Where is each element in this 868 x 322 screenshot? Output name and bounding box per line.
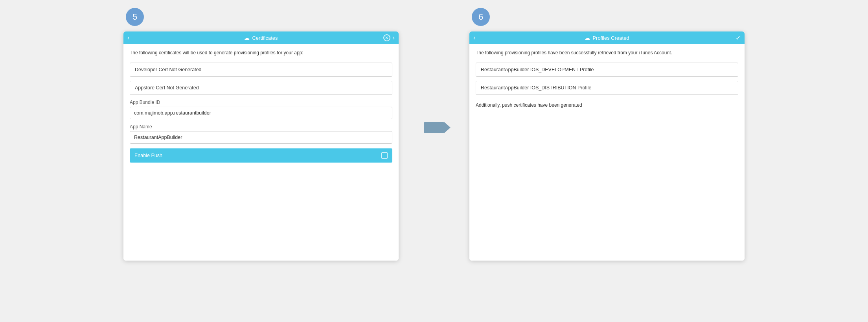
step6-titlebar-left: ‹ bbox=[473, 35, 475, 41]
additional-text: Additionally, push certificates have bee… bbox=[476, 102, 738, 109]
developer-cert-row: Developer Cert Not Generated bbox=[130, 63, 392, 77]
step6-titlebar-center: ☁ Profiles Created bbox=[585, 35, 629, 41]
development-profile-row: RestaurantAppBuilder IOS_DEVELOPMENT Pro… bbox=[476, 63, 738, 77]
enable-push-checkbox[interactable] bbox=[381, 152, 388, 159]
step5-titlebar-left: ‹ bbox=[127, 35, 129, 41]
step5-description: The following certificates will be used … bbox=[130, 50, 392, 56]
step5-cloud-icon: ☁ bbox=[244, 35, 250, 41]
step6-titlebar-right: ✓ bbox=[736, 34, 741, 42]
step5-titlebar-right: ✕ › bbox=[383, 34, 395, 41]
step6-check-button[interactable]: ✓ bbox=[736, 34, 741, 42]
step6-back-button[interactable]: ‹ bbox=[473, 35, 475, 41]
step5-close-button[interactable]: ✕ bbox=[383, 34, 390, 41]
step5-container: 5 ‹ ☁ Certificates ✕ › The following cer… bbox=[123, 8, 399, 261]
bundle-id-label: App Bundle ID bbox=[130, 100, 392, 105]
step5-badge: 5 bbox=[126, 8, 144, 26]
step6-badge: 6 bbox=[472, 8, 490, 26]
step5-body: The following certificates will be used … bbox=[123, 44, 399, 261]
step6-container: 6 ‹ ☁ Profiles Created ✓ The following p… bbox=[469, 8, 745, 261]
enable-push-label: Enable Push bbox=[134, 153, 162, 158]
step5-titlebar: ‹ ☁ Certificates ✕ › bbox=[123, 31, 399, 44]
bundle-id-group: App Bundle ID com.majimob.app.restaurant… bbox=[130, 100, 392, 119]
appstore-cert-row: Appstore Cert Not Generated bbox=[130, 81, 392, 95]
step6-window: ‹ ☁ Profiles Created ✓ The following pro… bbox=[469, 31, 745, 261]
step5-title: Certificates bbox=[252, 35, 278, 41]
app-name-label: App Name bbox=[130, 124, 392, 130]
step5-back-button[interactable]: ‹ bbox=[127, 35, 129, 41]
step5-next-button[interactable]: › bbox=[393, 34, 395, 41]
step6-titlebar: ‹ ☁ Profiles Created ✓ bbox=[469, 31, 745, 44]
enable-push-row[interactable]: Enable Push bbox=[130, 148, 392, 163]
distribution-profile-row: RestaurantAppBuilder IOS_DISTRIBUTION Pr… bbox=[476, 81, 738, 95]
step6-title: Profiles Created bbox=[592, 35, 629, 41]
step5-titlebar-center: ☁ Certificates bbox=[244, 35, 278, 41]
app-name-group: App Name RestaurantAppBuilder bbox=[130, 124, 392, 144]
app-name-input[interactable]: RestaurantAppBuilder bbox=[130, 131, 392, 144]
flow-arrow bbox=[424, 122, 444, 133]
bundle-id-input[interactable]: com.majimob.app.restaurantbuilder bbox=[130, 107, 392, 119]
arrow-connector bbox=[422, 8, 446, 133]
step6-cloud-icon: ☁ bbox=[585, 35, 590, 41]
step6-description: The following provisioning profiles have… bbox=[476, 50, 738, 56]
step6-body: The following provisioning profiles have… bbox=[469, 44, 745, 261]
step5-window: ‹ ☁ Certificates ✕ › The following certi… bbox=[123, 31, 399, 261]
